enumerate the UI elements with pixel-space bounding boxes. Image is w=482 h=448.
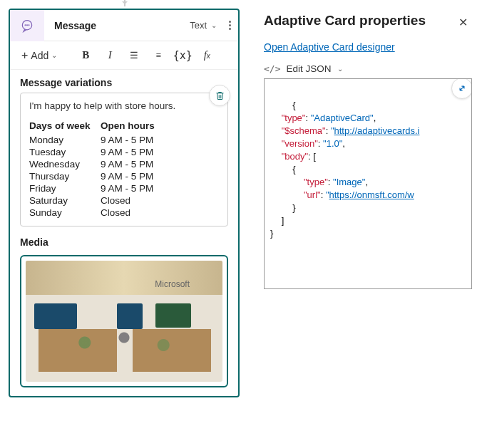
edit-json-toggle[interactable]: </> Edit JSON ⌄ [264,63,472,74]
formula-button[interactable]: fx [197,49,217,61]
table-row: Thursday [29,170,101,182]
chevron-down-icon: ⌄ [211,21,217,29]
media-image: Microsoft [26,261,222,382]
table-row: Saturday [29,194,101,207]
table-row: Monday [29,134,101,146]
svg-point-3 [29,24,29,25]
media-heading: Media [20,236,228,248]
svg-point-2 [27,24,28,25]
table-row: 9 AM - 5 PM [101,158,219,170]
table-row: 9 AM - 5 PM [101,170,219,182]
variable-button[interactable]: {x} [173,49,193,62]
table-row: Closed [101,194,219,207]
close-button[interactable]: ✕ [458,16,468,29]
chevron-down-icon: ⌄ [337,65,343,73]
table-row: Closed [101,207,219,219]
table-row: Wednesday [29,158,101,170]
bold-button[interactable]: B [76,49,96,61]
bullet-list-button[interactable]: ☰ [124,52,144,59]
number-list-button[interactable]: ≡ [148,52,168,59]
hours-table: Days of week Open hours Monday9 AM - 5 P… [29,120,219,219]
designer-link[interactable]: Open Adaptive Card designer [264,41,395,53]
more-menu[interactable] [221,21,238,30]
table-row: 9 AM - 5 PM [101,182,219,194]
table-row: Friday [29,182,101,194]
expand-button[interactable] [451,78,472,99]
card-header: Message Text ⌄ [10,10,238,41]
message-icon [10,10,44,41]
type-dropdown[interactable]: Text ⌄ [190,20,221,31]
variations-heading: Message variations [20,77,228,88]
table-row: Tuesday [29,146,101,158]
table-row: 9 AM - 5 PM [101,146,219,158]
plus-icon: + [21,49,28,62]
properties-panel: Adaptive Card properties ✕ Open Adaptive… [248,0,482,448]
card-title: Message [44,20,190,31]
toolbar: + Add ⌄ B I ☰ ≡ {x} fx [10,41,238,70]
delete-button[interactable] [209,85,230,106]
add-button[interactable]: + Add ⌄ [17,46,61,65]
italic-button[interactable]: I [100,49,120,61]
panel-title: Adaptive Card properties [264,13,472,28]
code-icon: </> [264,63,280,74]
chevron-down-icon: ⌄ [51,51,57,59]
table-row: Sunday [29,207,101,219]
variation-card[interactable]: I'm happy to help with store hours. Days… [20,93,228,226]
message-node[interactable]: Message Text ⌄ + Add ⌄ B I ☰ ≡ {x} fx Me… [9,9,240,397]
flow-connector-top [124,0,125,6]
table-row: 9 AM - 5 PM [101,134,219,146]
col-hours-header: Open hours [101,120,219,134]
json-editor[interactable]: { "type": "AdaptiveCard", "$schema": "ht… [264,78,472,289]
media-card[interactable]: Microsoft [20,255,228,387]
svg-point-1 [25,24,26,25]
col-days-header: Days of week [29,120,101,134]
variation-intro: I'm happy to help with store hours. [29,100,219,111]
image-text: Microsoft [155,279,190,289]
